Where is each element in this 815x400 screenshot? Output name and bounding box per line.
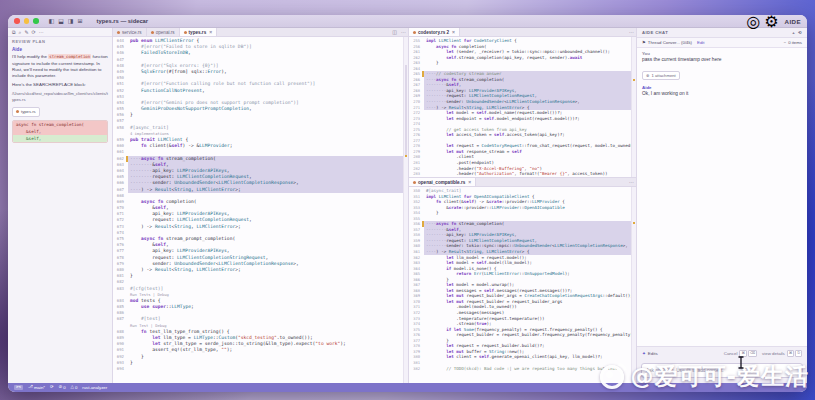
panel-icon[interactable]: ⧉ [12,29,16,36]
editor-group-2: codestory.rs 2×⋯ 255impl LLMClient for C… [409,28,637,383]
status-item-rust-analyzer[interactable]: rust-analyzer [82,385,107,390]
tab-label: types.rs [189,30,207,35]
zoom-window-button[interactable] [33,18,39,24]
status-item-0[interactable]: △0 [71,385,78,390]
titlebar-layout-icons: ◧⬓◨⊞ [49,18,83,24]
editor-types-rs[interactable]: 644pub enum LLMClientError {645 #[error(… [113,37,408,383]
rust-file-icon [117,31,120,34]
edit-icon[interactable]: ✎ [24,29,28,35]
layout-right-icon[interactable]: ◨ [68,18,74,24]
titlebar: ◧⬓◨⊞ types.rs — sidecar ◎⚙ AIDE [8,15,807,28]
status-item-main-[interactable]: ⎇main* [28,385,45,390]
tab-openai-compatible-rs[interactable]: openai_compatible.rs× [409,178,476,186]
history-icon[interactable]: ⟲ [798,30,802,35]
line-number: 283 [409,171,422,177]
chat-message: Youpass the current timestamp over here⊕… [637,48,807,82]
status-item[interactable]: >< [14,385,23,389]
attachment-chip[interactable]: ⊕1 attachment [642,71,680,80]
editor-openai-compatible-rs[interactable]: 350#[async_trait]351impl LLMClient for O… [409,187,636,383]
rust-file-icon [16,110,19,113]
code-text: // TODO(skcd): Bad code :| we are repeat… [424,366,631,372]
more-icon[interactable]: ⋯ [399,28,408,36]
tab-types-rs[interactable]: types.rs× [180,28,218,36]
layout-grid-icon[interactable]: ⊞ [78,18,83,24]
tab-label: openai_compatible.rs [418,180,465,185]
split-editor-icon[interactable]: ◫ [390,28,399,36]
tab-service-rs[interactable]: service.rs [113,28,147,36]
editor-codestory-rs[interactable]: 255impl LLMClient for CodeStoryClient {2… [409,37,636,177]
remote-icon: >< [16,385,21,389]
review-plan-title: REVIEW PLAN [8,37,112,45]
code-area[interactable]: 350#[async_trait]351impl LLMClient for O… [409,187,631,383]
view-details-button[interactable]: view details [762,351,785,356]
tab-label: openai.rs [156,30,175,35]
cancel-button[interactable]: Cancel [724,351,738,356]
edits-label: Edits [648,351,658,356]
status-label: 0 [75,385,77,390]
code-text [128,366,403,372]
file-chip[interactable]: types.rs [12,107,40,117]
line-number: 694 [113,366,126,372]
change-mark [405,155,407,157]
chat-panel-title: AIDE CHAT [642,30,668,35]
search-replace-label: Here's the SEARCH/REPLACE block: [12,82,108,88]
close-tab-icon[interactable]: × [209,29,212,35]
layout-left-icon[interactable]: ◧ [49,18,55,24]
thread-edit-link[interactable]: Edit [697,40,704,45]
file-path: /Users/skcd/test_repo/sidecar/llm_client… [12,91,108,103]
more-icon[interactable]: ⋯ [627,178,636,186]
status-label: 0 [63,385,65,390]
refresh-icon[interactable]: ⟳ [32,29,36,35]
minimize-window-button[interactable] [24,18,30,24]
window-title: types.rs — sidecar [97,18,149,24]
code-line: 283 .header("Authorization", format!("Be… [409,171,631,177]
code-area[interactable]: 255impl LLMClient for CodeStoryClient {2… [409,37,631,177]
tab-label: codestory.rs 2 [418,30,449,35]
assistant-message: I'll help modify the stream_completion f… [12,54,108,79]
keycap: ⌘ [739,350,747,357]
plus-icon[interactable]: + [792,30,795,35]
message-text: Ok, I am working on it [642,91,802,97]
traffic-lights [14,18,39,24]
app-badge: AIDE [785,18,801,25]
status-label: main* [34,385,45,390]
keycap: ⌫ [748,350,757,357]
tab-openai-rs[interactable]: openai.rs [147,28,180,36]
scroll-thumb[interactable] [405,65,407,155]
code-area[interactable]: 644pub enum LLMClientError {645 #[error(… [113,37,403,383]
diff-deleted-line: async fn stream_completion( [13,121,107,128]
app-window: ◧⬓◨⊞ types.rs — sidecar ◎⚙ AIDE ⧉⌕✎⟳⋯ RE… [8,15,807,392]
thread-row[interactable]: ⚑ Thread Conver... (0/4k) Edit − 0 items [637,38,807,48]
tab-codestory-rs-2[interactable]: codestory.rs 2× [409,28,460,36]
code-line: 694 [113,366,403,372]
more-icon[interactable]: ⋯ [627,28,636,36]
sparkle-icon: ✦ [642,351,646,356]
overview-ruler[interactable] [631,187,636,383]
diff-block: async fn stream_completion( &self, &self… [12,120,108,143]
keycap: D [795,350,802,357]
settings-icon[interactable]: ⚙ [764,15,778,31]
search-icon[interactable]: ⌕ [19,29,22,36]
close-window-button[interactable] [14,18,20,24]
layout-bottom-icon[interactable]: ⬓ [58,18,64,24]
status-item[interactable]: ⟳ [50,385,54,389]
attachment-label: 1 attachment [652,73,676,78]
more-icon[interactable]: ⋯ [39,29,44,35]
titlebar-right-icons: ◎⚙ [746,15,778,31]
rust-file-icon [413,31,416,34]
sync-icon: ⟳ [50,385,54,389]
overview-ruler[interactable] [403,37,408,383]
chat-input[interactable] [641,363,803,378]
account-icon[interactable]: ◎ [746,15,760,31]
keycap: ⌘ [787,350,795,357]
edits-row: ✦ Edits Cancel ⌘⌫ view details ⌘D [637,346,807,360]
code-text: .header("Authorization", format!("Bearer… [424,171,631,177]
message-intro: I'll help modify the [12,54,48,59]
overview-ruler[interactable] [631,37,636,177]
editor-group-1: service.rsopenai.rstypes.rs×◫⋯ 644pub en… [113,28,409,383]
close-tab-icon[interactable]: × [468,179,471,185]
close-tab-icon[interactable]: × [452,29,455,35]
message-text: pass the current timestamp over here [642,57,802,63]
status-item-0[interactable]: ⊘0 [59,385,66,390]
collapse-icon[interactable]: − [784,40,787,45]
